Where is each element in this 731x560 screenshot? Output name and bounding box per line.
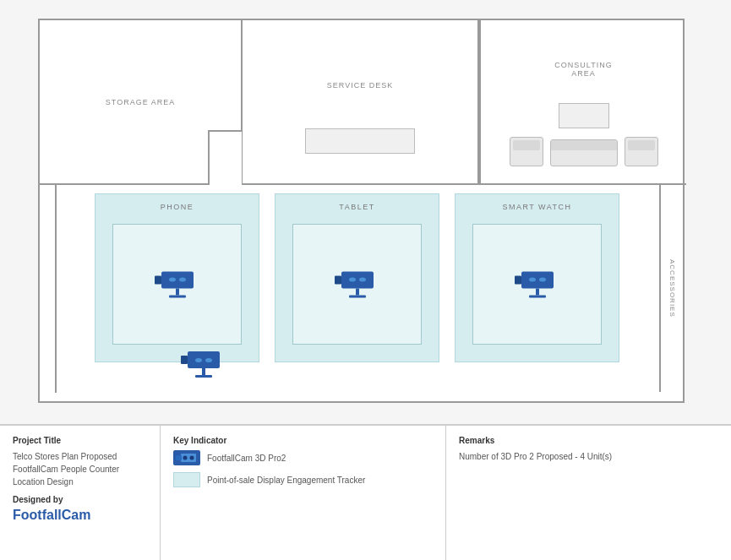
remarks-heading: Remarks <box>459 436 718 445</box>
ki-row-camera: FootfallCam 3D Pro2 <box>173 450 433 465</box>
consulting-furniture <box>510 137 658 166</box>
consulting-label: CONSULTINGAREA <box>554 61 612 78</box>
designed-by-heading: Designed by <box>13 495 147 504</box>
display-case-tablet <box>292 224 422 345</box>
standalone-cam-body <box>188 351 220 368</box>
standalone-cam-foot <box>195 375 212 378</box>
zone-smartwatch-label: SMART WATCH <box>502 203 571 211</box>
ki-row-box: Point-of-sale Display Engagement Tracker <box>173 472 433 487</box>
cam-eyes <box>169 278 186 282</box>
cam-eye-left-2 <box>349 278 356 282</box>
ki-camera-svg <box>176 452 198 464</box>
standalone-cam-eye-r <box>205 358 212 362</box>
standalone-cam-side <box>181 356 188 364</box>
remarks-text: Number of 3D Pro 2 Proposed - 4 Unit(s) <box>459 450 718 463</box>
standalone-cam-pole <box>202 368 205 375</box>
storage-notch <box>208 130 242 185</box>
zones-container: PHONE <box>95 193 619 362</box>
cam-eye-left-3 <box>529 278 536 282</box>
chair-right <box>625 137 658 166</box>
cam-stand <box>176 288 179 295</box>
info-section: Project Title Telco Stores Plan Proposed… <box>0 425 731 560</box>
ki-box-icon <box>173 472 200 487</box>
cam-eye-left <box>169 278 176 282</box>
store-boundary: STORAGE AREA SERVICE DESK CONSULTINGAREA <box>38 19 685 403</box>
footfallcam-logo: FootfallCam <box>13 508 147 523</box>
page: STORAGE AREA SERVICE DESK CONSULTINGAREA <box>0 0 731 560</box>
cam-eye-right-2 <box>359 278 366 282</box>
cam-base-2 <box>349 295 366 297</box>
standalone-camera <box>188 351 220 378</box>
cam-eye-right-3 <box>539 278 546 282</box>
cam-base <box>169 295 186 297</box>
ki-camera-label: FootfallCam 3D Pro2 <box>207 454 286 463</box>
storage-label: STORAGE AREA <box>106 98 175 106</box>
service-desk-label: SERVICE DESK <box>327 81 393 90</box>
camera-phone <box>161 271 194 297</box>
display-case-phone <box>112 224 242 345</box>
cam-eye-right <box>179 278 186 282</box>
sofa <box>550 139 618 166</box>
cam-eyes-3 <box>529 278 546 282</box>
standalone-cam-eyes <box>195 358 212 362</box>
project-title-text: Telco Stores Plan Proposed FootfallCam P… <box>13 450 147 488</box>
svg-point-3 <box>190 456 194 460</box>
cam-stand-3 <box>536 288 539 295</box>
cam-stand-2 <box>356 288 359 295</box>
svg-rect-1 <box>176 455 182 460</box>
cam-eyes-2 <box>349 278 366 282</box>
key-indicator-heading: Key Indicator <box>173 436 433 445</box>
zone-smartwatch: SMART WATCH <box>455 193 619 362</box>
cam-base-3 <box>529 295 546 297</box>
consulting-table <box>559 103 609 128</box>
project-title-heading: Project Title <box>13 436 147 445</box>
cam-device-3 <box>521 271 554 288</box>
cam-device <box>161 271 194 288</box>
zone-tablet-label: TABLET <box>339 203 374 211</box>
cam-device-2 <box>341 271 374 288</box>
remarks-column: Remarks Number of 3D Pro 2 Proposed - 4 … <box>446 426 731 560</box>
zone-tablet: TABLET <box>275 193 439 362</box>
zone-phone: PHONE <box>95 193 259 362</box>
ki-camera-icon <box>173 450 200 465</box>
camera-smartwatch <box>521 271 554 297</box>
service-desk: SERVICE DESK <box>243 20 479 185</box>
svg-point-2 <box>183 456 188 460</box>
accessories-label: ACCESSORIES <box>668 259 676 318</box>
display-case-smartwatch <box>472 224 602 345</box>
standalone-cam-eye-l <box>195 358 202 362</box>
camera-tablet <box>341 271 374 297</box>
ki-box-label: Point-of-sale Display Engagement Tracker <box>207 476 365 485</box>
consulting-area: CONSULTINGAREA <box>479 20 686 185</box>
chair-left <box>510 137 543 166</box>
desk-furniture <box>305 128 415 154</box>
key-indicator-column: Key Indicator FootfallCam 3D Pro2 Point-… <box>161 426 446 560</box>
storage-area: STORAGE AREA <box>40 20 243 185</box>
accessories-strip: ACCESSORIES <box>659 185 683 392</box>
project-info-column: Project Title Telco Stores Plan Proposed… <box>0 426 161 560</box>
floorplan: STORAGE AREA SERVICE DESK CONSULTINGAREA <box>0 0 731 425</box>
left-wall-strip <box>40 185 57 393</box>
zone-phone-label: PHONE <box>161 203 194 211</box>
